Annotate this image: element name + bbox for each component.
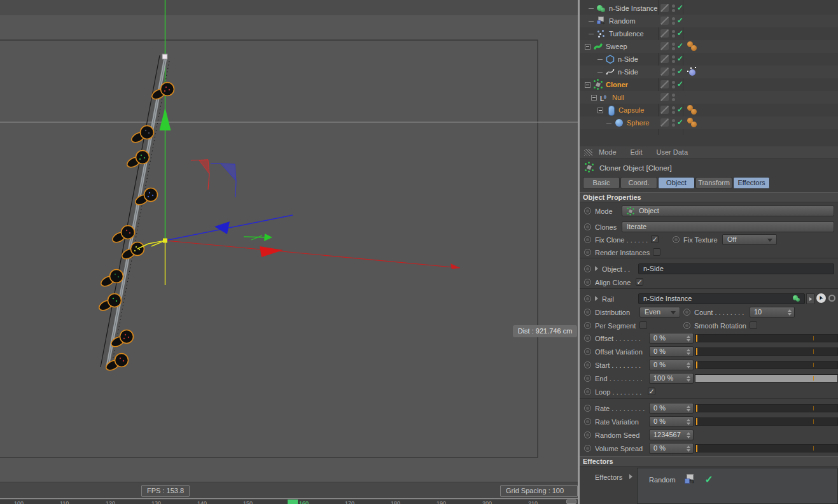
distribution-dropdown[interactable]: Even [639,307,680,318]
effectors-list[interactable]: Random ⇆ ✓ [637,468,838,504]
volume-spread-spinner[interactable]: 0 % [649,443,694,454]
tab-basic[interactable]: Basic [583,177,620,189]
rate-spinner[interactable]: 0 % [649,403,694,414]
x-axis-handle[interactable] [260,246,283,257]
layer-toggle[interactable] [660,106,669,114]
keyframe-radio[interactable] [584,431,591,438]
spline-point-handle[interactable] [162,54,167,59]
clones-dropdown[interactable]: Iterate [622,221,834,232]
expand-triangle-icon[interactable] [629,474,632,479]
spinner-arrows-icon[interactable] [686,418,691,426]
timeline-current-frame-marker[interactable] [288,500,298,504]
enabled-check-icon[interactable]: ✓ [677,118,683,127]
visibility-dots[interactable] [672,4,675,12]
keyframe-radio[interactable] [584,445,591,452]
axis-gizmo[interactable] [137,108,460,285]
layer-toggle[interactable] [660,55,669,63]
visibility-dots[interactable] [672,119,675,127]
om-row-capsule[interactable]: Capsule ✓ [580,104,838,116]
offset-variation-spinner[interactable]: 0 % [649,346,694,357]
layer-toggle[interactable] [660,80,669,88]
om-label[interactable]: Sweep [606,43,627,50]
keyframe-radio[interactable] [584,348,591,355]
om-label[interactable]: Turbulence [609,30,644,38]
om-label[interactable]: Sphere [627,119,649,127]
timeline-ruler[interactable]: 100 110 120 130 140 150 160 170 180 190 … [0,500,578,504]
tab-effectors[interactable]: Effectors [733,177,770,189]
om-label[interactable]: Capsule [618,106,644,114]
om-row-turbulence[interactable]: Turbulence ✓ [580,27,838,40]
rail-link-field[interactable]: n-Side Instance [638,293,805,304]
enabled-check-icon[interactable]: ✓ [705,473,713,486]
om-row-nside-instance[interactable]: n-Side Instance ✓ [580,2,838,15]
spinner-arrows-icon[interactable] [686,348,691,356]
keyframe-radio[interactable] [584,375,591,382]
om-row-sphere[interactable]: Sphere ✓ [580,116,838,129]
section-object-properties[interactable]: Object Properties [580,192,838,202]
spinner-arrows-icon[interactable] [686,361,691,369]
y-axis-handle[interactable] [160,108,171,130]
om-label[interactable]: n-Side Instance [609,4,657,12]
menu-mode[interactable]: Mode [599,148,617,156]
visibility-dots[interactable] [672,68,675,76]
visibility-dots[interactable] [672,30,675,38]
om-row-nside-2[interactable]: n-Side ✓ [580,66,838,78]
random-seed-spinner[interactable]: 1234567 [649,430,694,440]
om-label[interactable]: Cloner [606,81,628,88]
keyframe-radio[interactable] [584,309,591,316]
keyframe-radio[interactable] [584,207,591,214]
keyframe-radio[interactable] [584,223,591,230]
spinner-arrows-icon[interactable] [686,335,691,342]
layer-toggle[interactable] [660,4,669,12]
link-ring-icon[interactable] [828,295,835,302]
expand-collapse-icon[interactable] [585,44,590,50]
enabled-check-icon[interactable]: ✓ [677,105,683,114]
rate-slider[interactable] [695,404,838,412]
spline-tag-icon[interactable] [686,67,699,77]
clone-4[interactable] [134,188,157,207]
rail-menu-button[interactable] [806,293,814,304]
viewport-3d[interactable]: Dist : 921.746 cm FPS : 153.8 Grid Spaci… [0,0,578,504]
visibility-dots[interactable] [672,81,675,88]
enabled-check-icon[interactable]: ✓ [677,80,683,88]
render-instances-checkbox[interactable] [653,248,660,256]
texture-tag-icon[interactable] [686,105,700,115]
keyframe-radio[interactable] [584,249,591,256]
om-row-null[interactable]: L0 Null [580,91,838,104]
fix-clone-checkbox[interactable] [651,235,659,243]
layer-toggle[interactable] [660,29,669,38]
panel-grip-icon[interactable] [584,149,592,156]
visibility-dots[interactable] [672,106,675,114]
om-row-cloner[interactable]: Cloner ✓ [580,78,838,91]
align-clone-checkbox[interactable] [636,278,643,286]
enabled-check-icon[interactable]: ✓ [677,16,683,25]
offset-slider[interactable] [695,334,838,342]
end-slider[interactable] [695,374,838,382]
keyframe-radio[interactable] [584,265,591,272]
layer-toggle[interactable] [660,42,669,50]
object-picker-button[interactable] [816,293,827,304]
layer-toggle[interactable] [660,93,669,101]
z-axis-handle[interactable] [214,221,230,234]
keyframe-radio[interactable] [584,322,591,329]
loop-checkbox[interactable] [648,388,655,395]
end-spinner[interactable]: 100 % [649,373,694,384]
volume-spread-slider[interactable] [695,444,838,452]
visibility-dots[interactable] [672,17,675,25]
layer-toggle[interactable] [660,118,669,127]
per-segment-checkbox[interactable] [639,321,647,329]
rate-variation-spinner[interactable]: 0 % [649,416,694,427]
count-spinner[interactable]: 10 [750,307,795,318]
expand-collapse-icon[interactable] [597,108,603,113]
enabled-check-icon[interactable]: ✓ [677,29,683,38]
expand-triangle-icon[interactable] [595,266,598,271]
section-effectors[interactable]: Effectors [580,456,838,466]
expand-triangle-icon[interactable] [595,296,598,301]
spinner-arrows-icon[interactable] [686,405,691,412]
layer-toggle[interactable] [660,17,669,25]
texture-tag-icon[interactable] [686,41,700,52]
tab-coord[interactable]: Coord. [620,177,657,189]
keyframe-radio[interactable] [584,361,591,368]
enabled-check-icon[interactable]: ✓ [677,41,683,50]
spinner-arrows-icon[interactable] [787,309,792,316]
